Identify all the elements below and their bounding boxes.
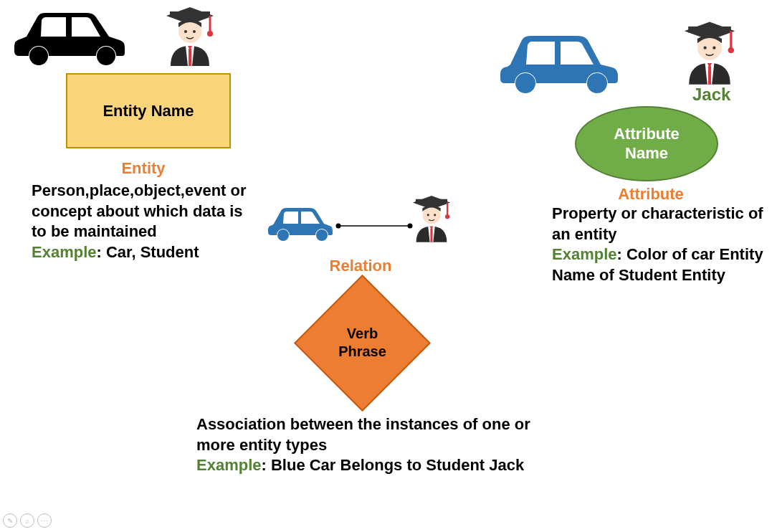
- svg-point-22: [728, 47, 735, 54]
- svg-point-0: [29, 47, 48, 65]
- diamond-label: Verb Phrase: [338, 325, 386, 361]
- entity-name-box: Entity Name: [66, 73, 231, 148]
- svg-point-10: [336, 224, 341, 229]
- relation-description: Association between the instances of one…: [196, 414, 540, 476]
- svg-point-18: [515, 73, 535, 93]
- attribute-example-label: Example: [552, 245, 617, 263]
- svg-rect-2: [170, 11, 210, 17]
- svg-point-8: [316, 229, 328, 241]
- student-icon-attribute: [677, 16, 743, 89]
- svg-point-5: [184, 30, 187, 33]
- car-icon-black: [9, 4, 130, 70]
- attribute-description: Property or characteristic of an entity …: [552, 204, 767, 285]
- student-icon-relation: [407, 191, 456, 247]
- svg-point-6: [193, 30, 196, 33]
- svg-point-17: [434, 214, 436, 216]
- relation-connector: [335, 215, 414, 237]
- svg-rect-20: [688, 27, 731, 33]
- attribute-ellipse-label: Attribute Name: [614, 125, 680, 163]
- svg-point-24: [703, 47, 706, 49]
- svg-point-1: [97, 47, 115, 65]
- svg-rect-12: [416, 199, 447, 204]
- entity-example-label: Example: [32, 243, 97, 261]
- entity-description: Person,place,object,event or concept abo…: [32, 181, 254, 262]
- attribute-ellipse: Attribute Name: [575, 106, 718, 181]
- attribute-heading: Attribute: [608, 185, 694, 204]
- svg-point-25: [712, 47, 715, 49]
- entity-example-text: : Car, Student: [97, 243, 199, 261]
- svg-point-3: [207, 31, 213, 37]
- pen-icon[interactable]: ✎: [3, 513, 17, 528]
- svg-point-16: [427, 214, 429, 216]
- more-icon[interactable]: ⋯: [37, 513, 52, 528]
- svg-point-7: [277, 229, 289, 241]
- entity-heading: Entity: [108, 159, 179, 178]
- entity-box-label: Entity Name: [103, 102, 194, 120]
- relation-diamond: Verb Phrase: [292, 285, 432, 400]
- svg-point-19: [587, 73, 607, 93]
- relation-example-label: Example: [196, 456, 262, 474]
- jack-label: Jack: [692, 85, 730, 105]
- svg-point-14: [445, 214, 449, 219]
- car-icon-blue-small: [264, 202, 335, 245]
- zoom-icon[interactable]: ⌕: [20, 513, 34, 528]
- relation-example-text: : Blue Car Belongs to Student Jack: [262, 456, 525, 474]
- student-icon-entity: [159, 1, 221, 70]
- car-icon-blue-large: [493, 27, 622, 98]
- relation-heading: Relation: [321, 257, 400, 275]
- bottom-toolbar: ✎ ⌕ ⋯: [3, 513, 52, 528]
